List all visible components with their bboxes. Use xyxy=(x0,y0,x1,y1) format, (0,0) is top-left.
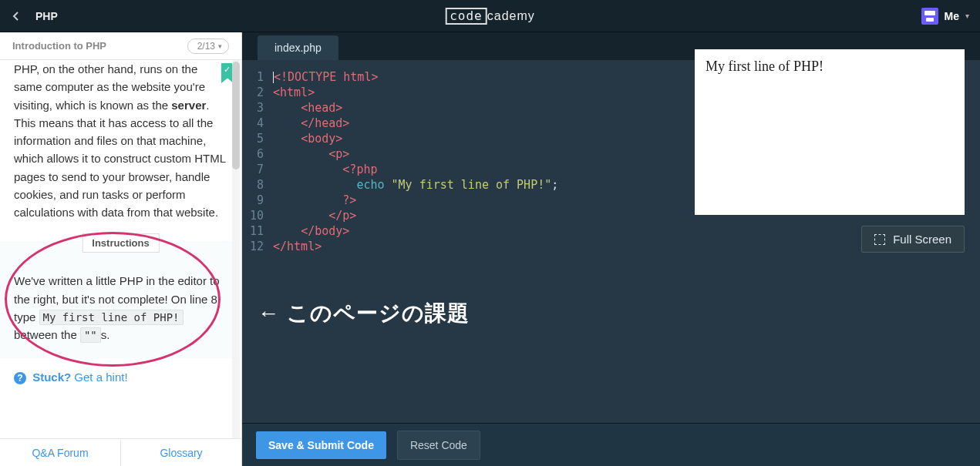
line-number: 12 xyxy=(242,239,273,254)
chevron-down-icon: ▾ xyxy=(965,12,969,20)
output-panel: My first line of PHP! Full Screen xyxy=(695,49,965,253)
back-button[interactable] xyxy=(0,0,32,32)
avatar-icon xyxy=(921,8,938,25)
code-content[interactable]: <p> xyxy=(273,146,349,162)
hint-link[interactable]: Get a hint! xyxy=(74,370,127,384)
tab-indexphp[interactable]: index.php xyxy=(258,35,338,60)
code-content[interactable]: ?> xyxy=(273,193,356,208)
code-content[interactable]: </head> xyxy=(273,116,349,131)
editor-footer: Save & Submit Code Reset Code xyxy=(242,423,980,466)
lesson-text-strong: server xyxy=(171,99,206,112)
fullscreen-icon xyxy=(874,234,885,245)
lesson-body: PHP, on the other hand, runs on the same… xyxy=(0,60,241,438)
save-submit-button[interactable]: Save & Submit Code xyxy=(256,431,386,459)
lesson-text-post: . This means that it has access to all t… xyxy=(14,99,226,220)
hint-row: ? Stuck? Get a hint! xyxy=(0,358,241,384)
fullscreen-button[interactable]: Full Screen xyxy=(861,226,965,253)
chevron-down-icon: ▾ xyxy=(218,42,222,50)
line-number: 6 xyxy=(242,146,273,162)
code-content[interactable]: <!DOCTYPE html> xyxy=(273,69,378,85)
line-number: 7 xyxy=(242,162,273,177)
logo-right: cademy xyxy=(487,9,535,22)
editor-panel: index.php 1<!DOCTYPE html>2<html>3 <head… xyxy=(242,32,980,466)
lesson-header: Introduction to PHP 2/13 ▾ xyxy=(0,32,241,60)
progress-dropdown[interactable]: 2/13 ▾ xyxy=(187,39,229,54)
code-content[interactable]: </html> xyxy=(273,239,322,254)
line-number: 5 xyxy=(242,131,273,146)
line-number: 3 xyxy=(242,100,273,116)
instr-code-1: My first line of PHP! xyxy=(39,310,184,325)
code-content[interactable]: </body> xyxy=(273,223,349,239)
instr-seg-2: between the xyxy=(14,328,80,341)
line-number: 8 xyxy=(242,177,273,193)
stuck-label: Stuck? xyxy=(32,370,71,384)
instructions-block: Instructions We've written a little PHP … xyxy=(0,241,241,358)
instructions-label: Instructions xyxy=(82,233,159,253)
line-number: 1 xyxy=(242,69,273,85)
progress-text: 2/13 xyxy=(197,41,215,52)
lesson-title: Introduction to PHP xyxy=(12,40,106,52)
user-label: Me xyxy=(945,10,959,22)
code-content[interactable]: echo "My first line of PHP!"; xyxy=(273,177,558,193)
glossary-link[interactable]: Glossary xyxy=(121,439,241,466)
code-content[interactable]: <html> xyxy=(273,85,315,100)
lesson-panel: Introduction to PHP 2/13 ▾ PHP, on the o… xyxy=(0,32,242,466)
logo-left: code xyxy=(445,8,487,25)
line-number: 10 xyxy=(242,208,273,223)
instructions-text: We've written a little PHP in the editor… xyxy=(14,256,227,344)
output-view: My first line of PHP! xyxy=(695,49,965,215)
instr-seg-3: s. xyxy=(101,328,110,341)
annotation-overlay: ← このページの課題 xyxy=(258,299,470,328)
code-content[interactable]: <body> xyxy=(273,131,342,146)
logo[interactable]: codecademy xyxy=(445,8,535,25)
course-title: PHP xyxy=(32,10,58,22)
code-content[interactable]: </p> xyxy=(273,208,356,223)
line-number: 2 xyxy=(242,85,273,100)
lesson-footer: Q&A Forum Glossary xyxy=(0,438,241,466)
lesson-text: PHP, on the other hand, runs on the same… xyxy=(0,60,241,232)
user-menu[interactable]: Me ▾ xyxy=(921,8,980,25)
code-content[interactable]: <?php xyxy=(273,162,377,177)
fullscreen-label: Full Screen xyxy=(893,233,951,246)
line-number: 11 xyxy=(242,223,273,239)
code-content[interactable]: <head> xyxy=(273,100,342,116)
scrollbar-thumb[interactable] xyxy=(232,62,240,169)
topbar: PHP codecademy Me ▾ xyxy=(0,0,980,32)
instr-code-2: "" xyxy=(80,327,101,343)
qa-forum-link[interactable]: Q&A Forum xyxy=(0,439,121,466)
hint-icon: ? xyxy=(14,372,26,384)
reset-code-button[interactable]: Reset Code xyxy=(397,431,480,460)
line-number: 4 xyxy=(242,116,273,131)
line-number: 9 xyxy=(242,193,273,208)
